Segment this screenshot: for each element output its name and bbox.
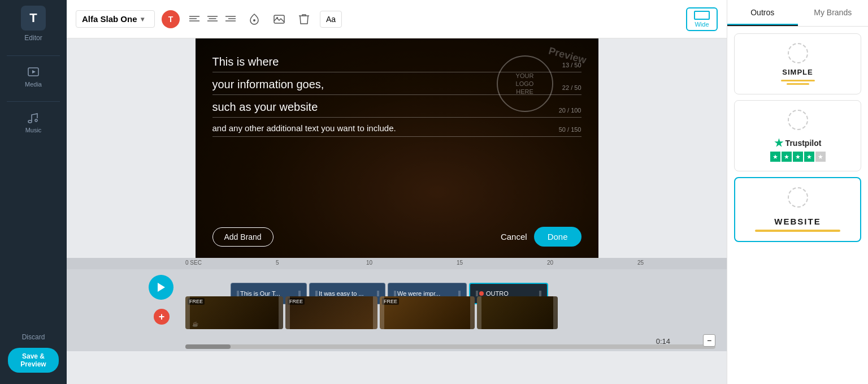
add-brand-button[interactable]: Add Brand	[212, 227, 274, 247]
char-count-1: 13 / 50	[562, 62, 581, 68]
preview-container: Preview YOURLOGOHERE This is where 13 / …	[196, 38, 598, 258]
align-right-button[interactable]	[223, 11, 238, 27]
media-clip-4-handle-right[interactable]	[553, 296, 558, 329]
timeline: 0 SEC 5 10 15 20 25 +	[67, 258, 727, 351]
media-clip-4-handle-left[interactable]	[477, 296, 481, 329]
active-tab-indicator	[727, 24, 798, 25]
media-clip-1-icon: ☕	[192, 321, 198, 327]
tp-star-3-icon: ★	[795, 153, 801, 161]
sidebar-item-music[interactable]: Music	[25, 111, 42, 133]
style-icon	[248, 13, 261, 25]
trustpilot-logo: ★ Trustpilot ★ ★ ★ ★ ★	[770, 137, 826, 162]
media-clip-3-handle-right[interactable]	[470, 296, 475, 329]
tp-star-4-icon: ★	[806, 153, 812, 161]
outro-dot	[479, 291, 484, 296]
trash-icon	[298, 13, 310, 25]
ruler-mark-10: 10	[366, 260, 372, 266]
time-display: 0:14	[656, 337, 670, 346]
timeline-ruler: 0 SEC 5 10 15 20 25	[67, 258, 727, 269]
tp-star-1-icon: ★	[772, 153, 778, 161]
media-clip-2-handle-left[interactable]	[285, 296, 290, 329]
canvas-area: Preview YOURLOGOHERE This is where 13 / …	[67, 38, 727, 384]
preview-actions: Add Brand Cancel Done	[212, 227, 581, 247]
svg-marker-15	[158, 283, 165, 292]
tp-star-4: ★	[804, 152, 814, 162]
media-clip-3[interactable]: FREE	[380, 296, 475, 329]
preview-row-3: such as your website 20 / 100	[212, 95, 581, 118]
done-button[interactable]: Done	[534, 227, 581, 247]
color-button[interactable]: T	[162, 10, 180, 28]
preview-line-1: This is where	[212, 55, 279, 68]
media-track: FREE ☕ FREE	[185, 296, 558, 330]
align-center-button[interactable]	[205, 11, 220, 27]
align-group	[186, 11, 238, 27]
website-logo-circle	[788, 187, 808, 208]
website-bar	[755, 230, 840, 232]
sidebar-item-media[interactable]: Media	[25, 65, 42, 88]
play-button[interactable]	[149, 275, 173, 300]
media-clip-2-handle-right[interactable]	[373, 296, 377, 329]
image-button[interactable]	[270, 10, 288, 28]
editor-label: Editor	[24, 34, 42, 42]
svg-point-12	[253, 19, 255, 21]
scrollbar-thumb[interactable]	[185, 344, 231, 349]
tp-star-3: ★	[793, 152, 803, 162]
zoom-out-button[interactable]: −	[703, 334, 715, 347]
tab-my-brands[interactable]: My Brands	[798, 0, 869, 26]
add-clip-button[interactable]: +	[154, 309, 170, 325]
panel-content: SIMPLE ★ Trustpilot ★ ★ ★ ★ ★	[727, 27, 868, 384]
media-clip-4[interactable]	[477, 296, 558, 329]
media-icon	[27, 65, 40, 79]
ruler-mark-15: 15	[457, 260, 463, 266]
font-selector[interactable]: Alfa Slab One ▾	[76, 10, 155, 28]
preview-line-3: such as your website	[212, 101, 318, 114]
sidebar-divider	[7, 55, 60, 56]
ruler-mark-5: 5	[276, 260, 279, 266]
char-count-2: 22 / 50	[562, 84, 581, 91]
align-left-button[interactable]	[186, 11, 202, 27]
color-letter: T	[168, 15, 173, 24]
toolbar: Alfa Slab One ▾ T	[67, 0, 727, 38]
chevron-down-icon: ▾	[141, 15, 144, 23]
free-badge-2: FREE	[288, 298, 305, 305]
video-editor: Preview YOURLOGOHERE This is where 13 / …	[67, 38, 727, 384]
media-clip-4-bg	[477, 296, 558, 329]
tab-outros[interactable]: Outros	[727, 0, 798, 26]
trustpilot-text: ★ Trustpilot	[774, 137, 822, 149]
trustpilot-label: Trustpilot	[785, 139, 822, 148]
preview-line-4: and any other additional text you want t…	[212, 123, 396, 133]
timeline-scrollbar[interactable]	[185, 344, 715, 349]
panel-tabs: Outros My Brands	[727, 0, 868, 27]
media-clip-1[interactable]: FREE ☕	[185, 296, 283, 329]
save-preview-button[interactable]: Save & Preview	[8, 348, 59, 373]
tp-star-1: ★	[770, 152, 780, 162]
align-left-icon	[189, 15, 199, 23]
media-clip-3-handle-left[interactable]	[380, 296, 384, 329]
main-area: Alfa Slab One ▾ T	[67, 0, 727, 384]
free-badge-1: FREE	[188, 298, 205, 305]
style-button[interactable]	[245, 10, 263, 28]
outro-card-simple[interactable]: SIMPLE	[734, 33, 861, 94]
preview-row-2: your information goes, 22 / 50	[212, 72, 581, 95]
preview-line-2: your information goes,	[212, 78, 324, 91]
outro-card-trustpilot[interactable]: ★ Trustpilot ★ ★ ★ ★ ★	[734, 100, 861, 171]
delete-button[interactable]	[295, 10, 313, 28]
right-panel: Outros My Brands SIMPLE ★ Trustpilot	[727, 0, 868, 384]
preview-action-right: Cancel Done	[501, 227, 581, 247]
discard-button[interactable]: Discard	[22, 333, 45, 341]
svg-point-2	[35, 119, 37, 122]
play-icon	[157, 282, 166, 292]
trustpilot-star-icon: ★	[774, 137, 783, 149]
outro-card-website[interactable]: WEBSITE	[734, 177, 861, 242]
music-label: Music	[25, 127, 42, 133]
preview-content: This is where 13 / 50 your information g…	[196, 38, 598, 258]
media-clip-1-handle-right[interactable]	[279, 296, 283, 329]
cancel-button[interactable]: Cancel	[501, 232, 527, 241]
simple-line-2	[787, 83, 809, 85]
char-count-3: 20 / 100	[559, 107, 581, 114]
wide-button[interactable]: Wide	[686, 7, 718, 31]
media-clip-1-handle-left[interactable]	[185, 296, 190, 329]
align-right-icon	[225, 15, 236, 23]
media-clip-2[interactable]: FREE	[285, 296, 377, 329]
text-style-button[interactable]: Aa	[320, 11, 342, 28]
